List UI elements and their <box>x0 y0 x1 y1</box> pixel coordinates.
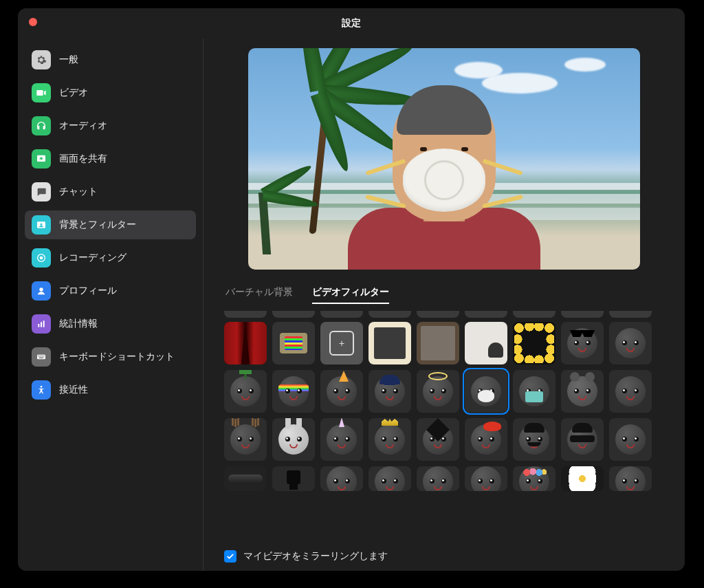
window-controls <box>29 18 37 26</box>
filter-party-hat[interactable] <box>320 370 363 413</box>
filter-reindeer-antlers[interactable] <box>224 418 267 461</box>
filter-mustache-bowler[interactable] <box>513 418 556 461</box>
close-window-button[interactable] <box>29 18 37 26</box>
filter-peek <box>224 311 267 318</box>
keyboard-icon <box>32 347 51 367</box>
video-preview <box>248 48 640 270</box>
sidebar-item-background-filters[interactable]: 背景とフィルター <box>25 210 196 239</box>
sidebar-item-headphones[interactable]: オーディオ <box>25 111 196 140</box>
sidebar-item-record[interactable]: レコーディング <box>25 243 196 272</box>
mirror-video-checkbox[interactable] <box>224 550 236 563</box>
filter-peek <box>513 311 556 318</box>
svg-rect-10 <box>38 356 38 356</box>
filter-theater-frame[interactable] <box>224 322 267 364</box>
filter-grid <box>223 322 667 509</box>
filter-baseball-cap[interactable] <box>368 370 411 413</box>
sidebar-item-share-screen[interactable]: 画面を共有 <box>25 144 196 173</box>
filter-bunny-ears[interactable] <box>272 418 315 461</box>
sidebar-item-stats[interactable]: 統計情報 <box>25 309 196 338</box>
mirror-video-row[interactable]: マイビデオをミラーリングします <box>221 550 667 563</box>
filter-graduation-cap[interactable] <box>417 418 459 461</box>
filter-grid-container <box>223 311 667 542</box>
sidebar-item-label: 画面を共有 <box>59 153 107 165</box>
filter-dark-face-2[interactable] <box>368 466 411 491</box>
filter-peek <box>272 311 315 318</box>
sidebar-item-accessibility[interactable]: 接近性 <box>25 375 196 404</box>
filter-rainbow[interactable] <box>272 370 315 413</box>
accessibility-icon <box>32 380 51 400</box>
sidebar-item-keyboard[interactable]: キーボードショートカット <box>25 342 196 371</box>
titlebar: 設定 <box>18 8 685 39</box>
background-filters-icon <box>32 215 51 235</box>
filter-angel-halo[interactable] <box>417 370 459 413</box>
filter-wood-frame[interactable] <box>417 322 459 364</box>
gear-icon <box>32 50 51 69</box>
filter-flower-crown[interactable] <box>513 466 556 491</box>
svg-point-5 <box>39 287 43 291</box>
filter-focus-reticle[interactable] <box>320 322 363 364</box>
tab-virtual-background[interactable]: バーチャル背景 <box>226 286 293 304</box>
filter-placeholder-4[interactable] <box>609 466 652 491</box>
sidebar-item-label: チャット <box>59 186 98 198</box>
filter-unicorn-horn[interactable] <box>320 418 363 461</box>
headphones-icon <box>32 116 51 135</box>
filter-dark-face-4[interactable] <box>465 466 507 491</box>
sidebar-item-gear[interactable]: 一般 <box>25 45 196 74</box>
filter-pixel-sunglasses[interactable] <box>561 322 604 364</box>
settings-main: バーチャル背景 ビデオフィルター マイビデオをミラーリングします <box>204 39 685 571</box>
filter-royal-crown[interactable] <box>368 418 411 461</box>
settings-window: 設定 一般 ビデオ オーディオ 画面を共有 チャット 背景とフィルター レコーデ… <box>18 8 685 571</box>
filter-daisy-flower[interactable] <box>561 466 604 491</box>
filter-room-silhouette[interactable] <box>465 322 507 364</box>
filter-retro-tv[interactable] <box>272 322 315 364</box>
filter-peek <box>561 311 604 318</box>
svg-rect-8 <box>43 320 45 327</box>
filter-emoji-frame[interactable] <box>513 322 556 364</box>
sidebar-item-chat[interactable]: チャット <box>25 177 196 206</box>
filter-tabs: バーチャル背景 ビデオフィルター <box>226 286 667 304</box>
svg-rect-7 <box>41 322 42 327</box>
video-icon <box>32 83 51 102</box>
svg-rect-13 <box>42 356 43 356</box>
svg-rect-15 <box>39 358 44 358</box>
svg-rect-14 <box>43 356 44 356</box>
filter-peek <box>417 311 459 318</box>
filter-peek <box>368 311 411 318</box>
profile-icon <box>32 281 51 301</box>
sidebar-item-label: 背景とフィルター <box>59 219 136 231</box>
svg-rect-12 <box>41 356 41 356</box>
filter-peek <box>320 311 363 318</box>
sidebar-item-profile[interactable]: プロフィール <box>25 276 196 305</box>
filter-mask-surgical[interactable] <box>513 370 556 413</box>
filter-mask-n95[interactable] <box>465 370 507 413</box>
filter-mouse-ears[interactable] <box>561 370 604 413</box>
svg-point-4 <box>40 257 43 260</box>
tab-video-filters[interactable]: ビデオフィルター <box>312 286 389 304</box>
sidebar-item-label: レコーディング <box>59 252 126 264</box>
window-title: 設定 <box>342 17 361 30</box>
filter-peek <box>465 311 507 318</box>
filter-dark-face-3[interactable] <box>417 466 459 491</box>
mirror-video-label: マイビデオをミラーリングします <box>243 550 388 563</box>
svg-point-2 <box>41 224 43 226</box>
sidebar-item-label: 一般 <box>59 54 78 66</box>
record-icon <box>32 248 51 268</box>
sidebar-item-label: オーディオ <box>59 120 107 132</box>
filter-placeholder-2[interactable] <box>609 370 652 413</box>
sidebar-item-label: プロフィール <box>59 285 117 297</box>
sidebar-item-label: キーボードショートカット <box>59 351 175 363</box>
filter-placeholder-3[interactable] <box>609 418 652 461</box>
filter-sprout[interactable] <box>224 370 267 413</box>
filter-cream-frame[interactable] <box>368 322 411 364</box>
svg-rect-9 <box>37 355 45 360</box>
filter-top-hat[interactable] <box>272 466 315 491</box>
filter-placeholder-1[interactable] <box>609 322 652 364</box>
sidebar-item-label: 接近性 <box>59 384 88 396</box>
filter-pirate-hat[interactable] <box>224 466 267 491</box>
chat-icon <box>32 182 51 202</box>
filter-red-beret[interactable] <box>465 418 507 461</box>
svg-rect-11 <box>39 356 40 356</box>
filter-dark-face-1[interactable] <box>320 466 363 491</box>
sidebar-item-video[interactable]: ビデオ <box>25 78 196 107</box>
filter-bandit-mask[interactable] <box>561 418 604 461</box>
